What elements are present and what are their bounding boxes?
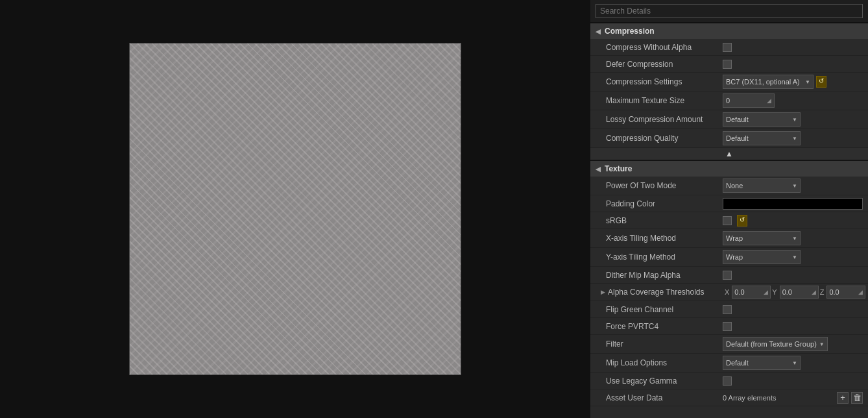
alpha-coverage-expand-icon[interactable]: ▶ (601, 289, 605, 295)
srgb-label: sRGB (606, 216, 723, 225)
compression-quality-label: Compression Quality (606, 134, 723, 143)
use-legacy-gamma-checkbox[interactable] (723, 376, 732, 386)
filter-label: Filter (606, 339, 723, 349)
alpha-z-label: Z (820, 288, 825, 296)
flip-green-channel-label: Flip Green Channel (606, 305, 723, 314)
flip-green-channel-control (723, 305, 863, 314)
compression-settings-label: Compression Settings (606, 77, 723, 86)
force-pvrtc4-checkbox[interactable] (723, 322, 732, 331)
asset-user-data-controls: + 🗑 (837, 392, 863, 404)
texture-label: Texture (605, 164, 632, 173)
asset-remove-button[interactable]: 🗑 (851, 392, 863, 404)
search-bar (590, 0, 868, 23)
compression-settings-dropdown-arrow-icon: ▼ (805, 79, 810, 85)
alpha-x-input[interactable]: 0.0 ◢ (732, 286, 771, 299)
compress-without-alpha-control (723, 43, 863, 52)
mip-load-options-control: Default ▼ (723, 356, 863, 370)
compression-settings-control: BC7 (DX11, optional A) ▼ ↺ (723, 75, 863, 89)
lossy-compression-amount-value: Default (726, 116, 749, 123)
srgb-reset-button[interactable]: ↺ (737, 215, 747, 227)
padding-color-control (723, 198, 863, 210)
quality-dropdown-arrow-icon: ▼ (792, 136, 797, 141)
padding-color-row: Padding Color (590, 195, 868, 212)
compression-settings-dropdown[interactable]: BC7 (DX11, optional A) ▼ (723, 75, 814, 89)
y-axis-tiling-row: Y-axis Tiling Method Wrap ▼ (590, 248, 868, 267)
y-axis-tiling-control: Wrap ▼ (723, 250, 863, 264)
compression-quality-dropdown[interactable]: Default ▼ (723, 131, 801, 145)
maximum-texture-size-label: Maximum Texture Size (606, 96, 723, 105)
left-panel (0, 0, 590, 418)
alpha-coverage-xyz-control: X 0.0 ◢ Y 0.0 ◢ Z 0.0 ◢ (725, 286, 865, 299)
compression-quality-row: Compression Quality Default ▼ (590, 129, 868, 148)
x-axis-tiling-value: Wrap (726, 234, 743, 242)
filter-dropdown[interactable]: Default (from Texture Group) ▼ (723, 337, 828, 351)
lossy-compression-amount-dropdown[interactable]: Default ▼ (723, 112, 801, 127)
mip-load-options-label: Mip Load Options (606, 358, 723, 367)
maximum-texture-size-value: 0 (726, 97, 730, 104)
alpha-y-stepper-icon: ◢ (812, 289, 816, 295)
y-tiling-arrow-icon: ▼ (792, 254, 797, 260)
search-input[interactable] (596, 4, 863, 18)
lossy-compression-amount-row: Lossy Compression Amount Default ▼ (590, 110, 868, 129)
alpha-x-value: 0.0 (734, 288, 744, 296)
compression-collapse-row[interactable]: ▲ (590, 148, 868, 160)
compress-without-alpha-label: Compress Without Alpha (606, 43, 723, 52)
defer-compression-checkbox[interactable] (723, 60, 732, 69)
padding-color-label: Padding Color (606, 199, 723, 208)
defer-compression-control (723, 60, 863, 69)
power-dropdown-arrow-icon: ▼ (792, 183, 797, 189)
padding-color-swatch[interactable] (723, 198, 863, 210)
y-axis-tiling-label: Y-axis Tiling Method (606, 252, 723, 262)
compress-without-alpha-checkbox[interactable] (723, 43, 732, 52)
flip-green-channel-checkbox[interactable] (723, 305, 732, 314)
x-axis-tiling-dropdown[interactable]: Wrap ▼ (723, 231, 801, 245)
filter-value: Default (from Texture Group) (726, 340, 817, 348)
dither-mip-map-alpha-control (723, 271, 863, 280)
compression-section-header[interactable]: ◀ Compression (590, 23, 868, 39)
asset-add-button[interactable]: + (837, 392, 849, 404)
x-axis-tiling-control: Wrap ▼ (723, 231, 863, 245)
power-of-two-mode-dropdown[interactable]: None ▼ (723, 178, 801, 193)
texture-section-header[interactable]: ◀ Texture (590, 160, 868, 177)
filter-row: Filter Default (from Texture Group) ▼ (590, 335, 868, 354)
y-axis-tiling-dropdown[interactable]: Wrap ▼ (723, 250, 801, 264)
x-axis-tiling-row: X-axis Tiling Method Wrap ▼ (590, 229, 868, 248)
filter-control: Default (from Texture Group) ▼ (723, 337, 863, 351)
compress-without-alpha-row: Compress Without Alpha (590, 39, 868, 56)
compression-settings-row: Compression Settings BC7 (DX11, optional… (590, 73, 868, 92)
power-of-two-mode-row: Power Of Two Mode None ▼ (590, 177, 868, 195)
compression-settings-reset-button[interactable]: ↺ (816, 76, 826, 88)
alpha-z-value: 0.0 (829, 288, 839, 296)
maximum-texture-size-input[interactable]: 0 ◢ (723, 93, 775, 108)
force-pvrtc4-control (723, 322, 863, 331)
asset-user-data-value: 0 Array elements (723, 394, 777, 402)
lossy-dropdown-arrow-icon: ▼ (792, 117, 797, 123)
mip-load-options-value: Default (726, 359, 749, 367)
texture-size-stepper-icon: ◢ (767, 97, 771, 104)
mip-dropdown-arrow-icon: ▼ (792, 360, 797, 366)
mip-load-options-dropdown[interactable]: Default ▼ (723, 356, 801, 370)
dither-mip-map-alpha-row: Dither Mip Map Alpha (590, 267, 868, 284)
srgb-control: ↺ (723, 215, 863, 227)
power-of-two-mode-control: None ▼ (723, 178, 863, 193)
x-tiling-arrow-icon: ▼ (792, 236, 797, 241)
dither-mip-map-alpha-label: Dither Mip Map Alpha (606, 271, 723, 280)
lossy-compression-amount-label: Lossy Compression Amount (606, 115, 723, 124)
srgb-checkbox[interactable] (723, 216, 732, 225)
compression-arrow-icon: ◀ (596, 28, 601, 35)
filter-dropdown-arrow-icon: ▼ (819, 341, 825, 347)
texture-arrow-icon: ◀ (596, 166, 601, 173)
mip-load-options-row: Mip Load Options Default ▼ (590, 354, 868, 373)
power-of-two-mode-label: Power Of Two Mode (606, 181, 723, 190)
right-panel: ◀ Compression Compress Without Alpha Def… (590, 0, 868, 418)
srgb-row: sRGB ↺ (590, 212, 868, 229)
alpha-z-stepper-icon: ◢ (858, 289, 863, 295)
use-legacy-gamma-label: Use Legacy Gamma (606, 376, 723, 386)
alpha-y-label: Y (772, 288, 777, 296)
use-legacy-gamma-control (723, 376, 863, 386)
alpha-z-input[interactable]: 0.0 ◢ (826, 286, 865, 299)
force-pvrtc4-label: Force PVRTC4 (606, 322, 723, 331)
alpha-y-input[interactable]: 0.0 ◢ (780, 286, 819, 299)
dither-mip-map-alpha-checkbox[interactable] (723, 271, 732, 280)
power-of-two-mode-value: None (726, 182, 743, 190)
